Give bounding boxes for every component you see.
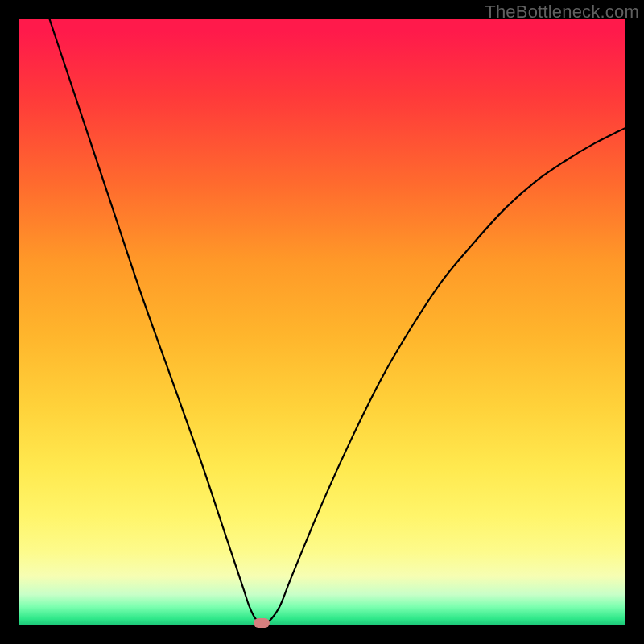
minimum-marker [254,618,270,628]
plot-area [19,19,625,625]
watermark-text: TheBottleneck.com [485,2,639,23]
bottleneck-curve [19,19,625,625]
